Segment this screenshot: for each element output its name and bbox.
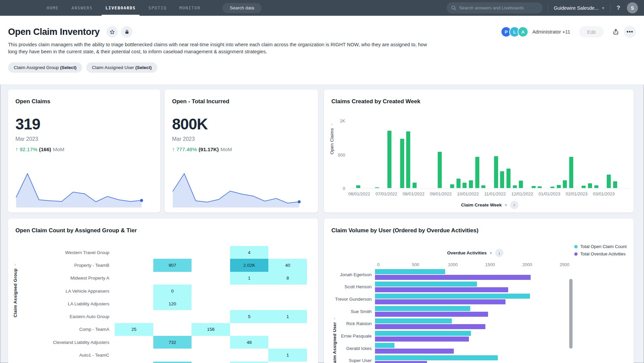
heatmap-cell[interactable]: 25	[115, 323, 153, 336]
week-bar[interactable]	[588, 183, 592, 188]
heatmap-cell[interactable]: 1	[268, 310, 307, 323]
overdue-activities-bar[interactable]	[375, 337, 469, 342]
kpi-change-pct: 92.17%	[20, 146, 38, 153]
heatmap-cell[interactable]: 156	[192, 323, 230, 336]
x-axis-title-label[interactable]: Claim Create Week	[461, 202, 501, 207]
lock-button[interactable]	[121, 26, 132, 38]
chevron-right-icon: ›	[334, 316, 335, 321]
heatmap-cell[interactable]: 1	[230, 272, 269, 285]
week-bar[interactable]	[450, 184, 454, 188]
overdue-activities-bar[interactable]	[375, 287, 508, 292]
nav-tab-monitor[interactable]: MONITOR	[173, 0, 207, 16]
heatmap-cell[interactable]	[230, 362, 269, 363]
week-bar-slot	[349, 122, 355, 188]
nav-tab-liveboards[interactable]: LIVEBOARDS	[99, 0, 142, 16]
heatmap-empty-cell	[153, 349, 192, 361]
week-bar[interactable]	[607, 175, 611, 188]
user-avatar[interactable]: S	[627, 2, 638, 13]
edit-button[interactable]: Edit	[579, 26, 604, 38]
heatmap-cell[interactable]: 120	[153, 297, 192, 310]
search-data-button[interactable]: Search data	[222, 3, 262, 13]
week-bar[interactable]	[532, 186, 536, 188]
nav-tab-home[interactable]: HOME	[40, 0, 65, 16]
heatmap-cell[interactable]: 907	[153, 259, 192, 271]
week-bar[interactable]	[481, 185, 485, 188]
week-bar[interactable]	[506, 169, 511, 188]
heatmap-cell[interactable]: 8	[268, 272, 307, 285]
nav-tab-answers[interactable]: ANSWERS	[65, 0, 99, 16]
open-claim-count-bar[interactable]	[375, 331, 471, 336]
author-avatar-a[interactable]: A	[518, 26, 528, 37]
week-bar[interactable]	[356, 185, 360, 188]
week-bar[interactable]	[400, 139, 404, 188]
y-tick-label: 500	[331, 153, 345, 158]
week-bar[interactable]	[594, 185, 598, 188]
overdue-activities-bar[interactable]	[375, 361, 427, 363]
more-options-button[interactable]: •••	[624, 26, 636, 38]
overdue-activities-bar[interactable]	[375, 324, 485, 329]
open-claim-count-bar[interactable]	[375, 282, 477, 287]
heatmap-empty-cell	[115, 285, 153, 297]
sort-ascending-button[interactable]: ↑	[510, 201, 519, 209]
week-bar[interactable]	[569, 157, 573, 188]
week-bar[interactable]	[550, 187, 554, 188]
legend-item[interactable]: Total Overdue Activities	[574, 251, 627, 256]
heatmap-cell[interactable]	[153, 362, 192, 363]
y-tick-label: 1K	[331, 118, 345, 123]
filter-claim-assigned-group[interactable]: Claim Assigned Group(Select)	[8, 62, 82, 73]
heatmap-cell[interactable]: 4	[230, 246, 269, 259]
week-bar[interactable]	[500, 171, 504, 188]
open-claim-count-bar[interactable]	[375, 355, 498, 360]
week-bar[interactable]	[475, 157, 479, 188]
week-bar-slot	[618, 122, 625, 188]
nav-tab-spotiq[interactable]: SPOTIQ	[142, 0, 173, 16]
heatmap-cell[interactable]: 40	[268, 259, 307, 271]
open-claim-count-bar[interactable]	[375, 343, 394, 348]
open-claim-count-bar[interactable]	[375, 318, 452, 323]
chart-scrollbar[interactable]	[569, 279, 573, 349]
week-bar[interactable]	[375, 187, 379, 188]
week-bar[interactable]	[413, 183, 417, 188]
overdue-activities-bar[interactable]	[375, 299, 505, 304]
week-bar[interactable]	[438, 152, 442, 188]
heatmap-cell[interactable]: 1	[268, 349, 307, 361]
sort-descending-button[interactable]: ↓	[495, 249, 503, 257]
week-bar[interactable]	[406, 131, 410, 188]
week-bar-slot	[355, 122, 362, 188]
week-bar[interactable]	[519, 181, 523, 188]
week-bar[interactable]	[463, 183, 467, 188]
share-button[interactable]	[612, 28, 619, 35]
legend-item[interactable]: Total Open Claim Count	[574, 244, 627, 249]
week-bar[interactable]	[513, 185, 517, 188]
week-bar[interactable]	[613, 181, 617, 188]
help-button[interactable]: ?	[617, 5, 620, 11]
heatmap-cell[interactable]: 5	[230, 310, 269, 323]
week-bar[interactable]	[387, 131, 391, 188]
global-search[interactable]	[446, 2, 543, 13]
filter-claim-assigned-user[interactable]: Claim Assigned User(Select)	[86, 62, 157, 73]
sort-label[interactable]: Overdue Activities	[447, 250, 487, 255]
favorite-button[interactable]	[106, 26, 118, 38]
week-bar[interactable]	[538, 186, 542, 188]
overdue-activities-bar[interactable]	[375, 275, 531, 280]
week-bar[interactable]	[557, 185, 561, 188]
user-bars	[375, 331, 634, 342]
heatmap-cell[interactable]: 2.02K	[230, 259, 269, 271]
overdue-activities-bar[interactable]	[375, 349, 454, 354]
week-bar[interactable]	[582, 186, 586, 188]
heatmap-cell[interactable]: 48	[230, 336, 269, 349]
heatmap-cell[interactable]: 732	[153, 336, 192, 349]
open-claim-count-bar[interactable]	[375, 269, 445, 274]
global-search-input[interactable]	[459, 5, 538, 10]
week-bar[interactable]	[457, 179, 461, 188]
week-bar-slot	[430, 122, 437, 188]
open-claim-count-bar[interactable]	[375, 306, 470, 311]
heatmap-cell[interactable]: 0	[153, 285, 192, 297]
week-bar[interactable]	[494, 156, 498, 188]
org-selector[interactable]: Guidewire Salesde... ▼	[554, 5, 605, 11]
y-axis-title[interactable]: › Claim Assigned User	[332, 316, 337, 363]
overdue-activities-bar[interactable]	[375, 312, 488, 317]
week-bar[interactable]	[469, 180, 473, 188]
open-claim-count-bar[interactable]	[375, 294, 530, 299]
week-bar[interactable]	[563, 180, 567, 188]
